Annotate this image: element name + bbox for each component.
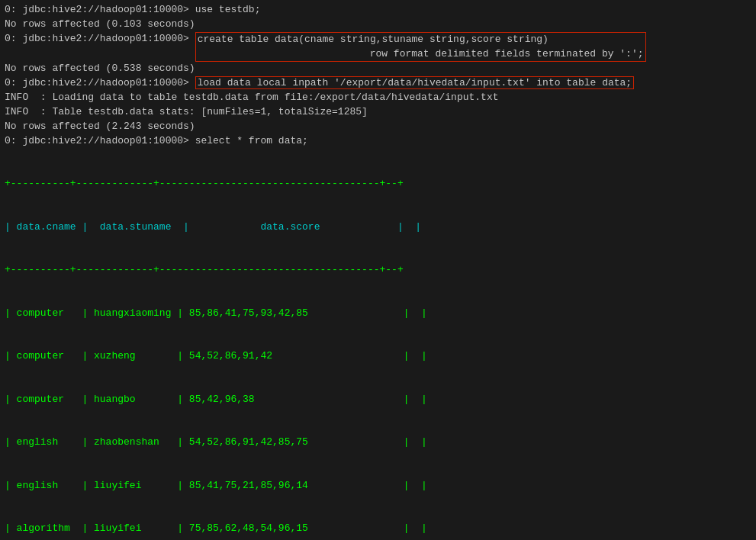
table-container: +----------+-------------+--------------… <box>5 148 751 540</box>
prompt-3: 0: jdbc:hive2://hadoop01:10000> <box>5 33 195 44</box>
prompt-5: 0: jdbc:hive2://hadoop01:10000> <box>5 77 195 88</box>
table-row: | computer | huangbo | 85,42,96,38 | | <box>5 393 751 407</box>
table-row: | english | zhaobenshan | 54,52,86,91,42… <box>5 436 751 450</box>
table-border-mid: +----------+-------------+--------------… <box>5 263 751 278</box>
table-row: | english | liuyifei | 85,41,75,21,85,96… <box>5 479 751 493</box>
info-line-5: No rows affected (2.243 seconds) <box>5 120 751 134</box>
cmd-create-1: create table data(cname string,stuname s… <box>198 34 549 45</box>
table-row: | computer | xuzheng | 54,52,86,91,42 | … <box>5 349 751 364</box>
cmd-line-3: 0: jdbc:hive2://hadoop01:10000> create t… <box>5 32 751 63</box>
info-line-2: No rows affected (0.538 seconds) <box>5 62 751 76</box>
table-header-row: | data.cname | data.stuname | data.score… <box>5 220 751 235</box>
info-line-1: No rows affected (0.103 seconds) <box>5 18 751 32</box>
cmd-line-5: 0: jdbc:hive2://hadoop01:10000> load dat… <box>5 76 751 91</box>
terminal: 0: jdbc:hive2://hadoop01:10000> use test… <box>0 0 756 540</box>
cmd-load: load data local inpath '/export/data/hiv… <box>195 76 635 89</box>
table-border-top: +----------+-------------+--------------… <box>5 177 751 191</box>
cmd-create-2: row format delimited fields terminated b… <box>370 48 644 59</box>
cmd-select: 0: jdbc:hive2://hadoop01:10000> select *… <box>5 134 751 149</box>
table-row: | computer | huangxiaoming | 85,86,41,75… <box>5 307 751 321</box>
table-row: | algorithm | liuyifei | 75,85,62,48,54,… <box>5 522 751 536</box>
info-line-4: INFO : Table testdb.data stats: [numFile… <box>5 105 751 120</box>
info-line-3: INFO : Loading data to table testdb.data… <box>5 91 751 105</box>
cmd-line-1: 0: jdbc:hive2://hadoop01:10000> use test… <box>5 3 751 18</box>
